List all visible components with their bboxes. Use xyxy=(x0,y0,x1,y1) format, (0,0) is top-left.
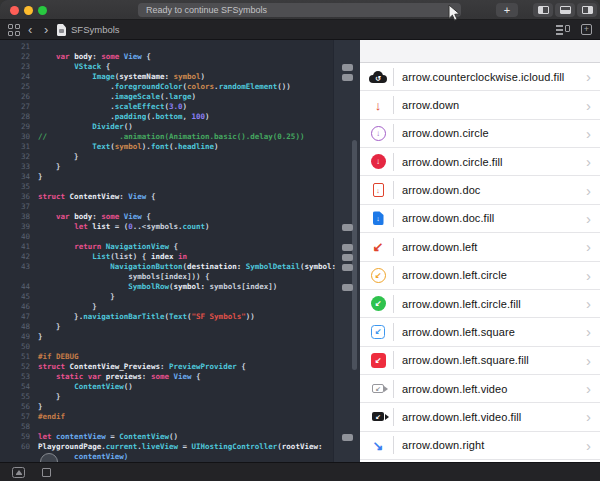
chevron-right-icon: › xyxy=(586,154,591,169)
code-line: 42 List(list) { index in xyxy=(0,252,333,262)
list-item[interactable]: ↓arrow.down.circle› xyxy=(360,120,600,148)
result-badge[interactable] xyxy=(342,254,353,261)
main-content: 2122 var body: some View {23 VStack {24 … xyxy=(0,40,600,462)
code-line: 57#endif xyxy=(0,412,333,422)
minimize-window-button[interactable] xyxy=(24,6,33,15)
line-number: 48 xyxy=(0,322,30,332)
list-item[interactable]: ↘arrow.down.right› xyxy=(360,432,600,460)
list-item[interactable]: ↙arrow.down.left.square› xyxy=(360,318,600,346)
result-badge[interactable] xyxy=(342,74,353,81)
code-line: 25 .foregroundColor(colors.randomElement… xyxy=(0,82,333,92)
result-badge[interactable] xyxy=(342,244,353,251)
symbol-name-label: arrow.down.left.square xyxy=(402,326,586,338)
chevron-right-icon: › xyxy=(586,211,591,226)
title-bar: Ready to continue SFSymbols + xyxy=(0,0,600,20)
playgrounds-window: Ready to continue SFSymbols + ‹ › SFSymb… xyxy=(0,0,600,481)
chevron-right-icon: › xyxy=(586,409,591,424)
code-line: 53 static var previews: some View { xyxy=(0,372,333,382)
row-divider xyxy=(393,209,394,227)
line-number: 44 xyxy=(0,282,30,292)
list-item[interactable]: ↙arrow.down.left› xyxy=(360,233,600,261)
chevron-right-icon: › xyxy=(586,183,591,198)
back-button[interactable]: ‹ xyxy=(28,21,32,39)
line-number: 33 xyxy=(0,162,30,172)
line-number: 22 xyxy=(0,52,30,62)
list-item[interactable]: ↓arrow.down› xyxy=(360,91,600,119)
add-button[interactable]: + xyxy=(496,3,518,17)
code-line: 37 xyxy=(0,202,333,212)
list-item[interactable]: ↓arrow.down.circle.fill› xyxy=(360,148,600,176)
code-line: 27 .scaleEffect(3.0) xyxy=(0,102,333,112)
line-number: 55 xyxy=(0,392,30,402)
code-line: 49} xyxy=(0,332,333,342)
list-item[interactable]: ↙arrow.down.left.circle› xyxy=(360,262,600,290)
playgrounds-grid-icon[interactable] xyxy=(8,24,20,36)
list-item[interactable]: ↓arrow.down.doc› xyxy=(360,176,600,204)
zoom-window-button[interactable] xyxy=(38,6,47,15)
list-item[interactable]: ↙arrow.down.left.video› xyxy=(360,375,600,403)
code-editor[interactable]: 2122 var body: some View {23 VStack {24 … xyxy=(0,40,360,462)
arrow-down-circle-icon: ↓ xyxy=(368,124,388,142)
symbol-name-label: arrow.down xyxy=(402,99,586,111)
list-header xyxy=(360,40,600,63)
layout-bottom-button[interactable] xyxy=(555,3,575,17)
chevron-right-icon: › xyxy=(586,98,591,113)
stop-icon[interactable] xyxy=(42,468,51,477)
layout-right-button[interactable] xyxy=(577,3,597,17)
symbol-name-label: arrow.down.circle.fill xyxy=(402,156,586,168)
layout-left-button[interactable] xyxy=(533,3,553,17)
line-number: 45 xyxy=(0,292,30,302)
live-view-toggle-icon[interactable] xyxy=(12,467,25,478)
arrow-down-right-icon: ↘ xyxy=(368,436,388,454)
arrow-down-doc-icon: ↓ xyxy=(368,181,388,199)
list-item[interactable]: ↙arrow.down.left.video.fill› xyxy=(360,403,600,431)
document-name: SFSymbols xyxy=(71,20,120,40)
symbol-name-label: arrow.counterclockwise.icloud.fill xyxy=(402,71,586,83)
chevron-right-icon: › xyxy=(586,353,591,368)
code-line: 28 .padding(.bottom, 100) xyxy=(0,112,333,122)
symbol-name-label: arrow.down.left xyxy=(402,241,586,253)
result-badge[interactable] xyxy=(342,224,353,231)
arrow-down-doc-fill-icon: ↓ xyxy=(368,209,388,227)
left-panel-icon xyxy=(538,6,549,14)
symbols-panel: ↺arrow.counterclockwise.icloud.fill›↓arr… xyxy=(360,40,600,462)
row-divider xyxy=(393,96,394,114)
result-badge[interactable] xyxy=(342,284,353,291)
line-number: 28 xyxy=(0,112,30,122)
code-line: 52struct ContentView_Previews: PreviewPr… xyxy=(0,362,333,372)
chevron-right-icon: › xyxy=(586,268,591,283)
add-editor-pane-icon[interactable]: + xyxy=(581,24,592,35)
chevron-right-icon: › xyxy=(586,239,591,254)
symbol-name-label: arrow.down.right xyxy=(402,439,586,451)
line-number: 58 xyxy=(0,422,30,432)
result-badge[interactable] xyxy=(342,264,353,271)
row-divider xyxy=(393,408,394,426)
line-number: 60 xyxy=(0,442,30,452)
line-number: 36 xyxy=(0,192,30,202)
result-badge[interactable] xyxy=(342,64,353,71)
arrow-down-icon: ↓ xyxy=(368,96,388,114)
code-line: 33 } xyxy=(0,162,333,172)
arrow-down-circle-fill-icon: ↓ xyxy=(368,153,388,171)
code-line: 56} xyxy=(0,402,333,412)
line-number: 40 xyxy=(0,232,30,242)
code-line: 35 xyxy=(0,182,333,192)
line-number: 32 xyxy=(0,152,30,162)
arrow-down-left-square-fill-icon: ↙ xyxy=(368,351,388,369)
list-item[interactable]: ↓arrow.down.doc.fill› xyxy=(360,205,600,233)
list-item[interactable]: ↺arrow.counterclockwise.icloud.fill› xyxy=(360,63,600,91)
code-line: 47 }.navigationBarTitle(Text("SF Symbols… xyxy=(0,312,333,322)
console-list-icon[interactable] xyxy=(556,25,570,35)
arrow-down-left-circle-icon: ↙ xyxy=(368,266,388,284)
forward-button[interactable]: › xyxy=(44,21,48,39)
list-item[interactable]: ↙arrow.down.left.circle.fill› xyxy=(360,290,600,318)
line-number: 57 xyxy=(0,412,30,422)
list-item[interactable]: ↙arrow.down.left.square.fill› xyxy=(360,347,600,375)
result-badge[interactable] xyxy=(342,434,353,441)
line-number: 34 xyxy=(0,172,30,182)
arrow-down-left-circle-fill-icon: ↙ xyxy=(368,295,388,313)
close-window-button[interactable] xyxy=(10,6,19,15)
line-number: 30 xyxy=(0,132,30,142)
chevron-right-icon: › xyxy=(586,381,591,396)
line-number: 43 xyxy=(0,262,30,272)
